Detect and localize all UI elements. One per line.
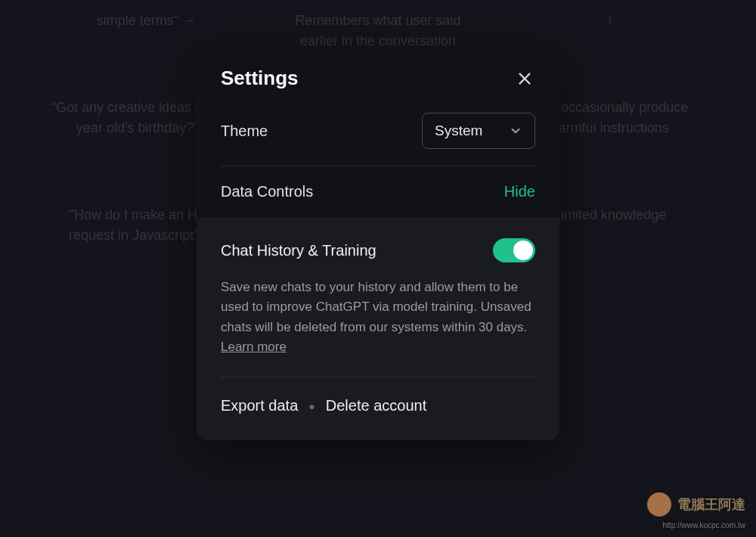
close-icon bbox=[516, 70, 533, 87]
theme-select-value: System bbox=[435, 123, 482, 139]
delete-account-button[interactable]: Delete account bbox=[326, 397, 426, 414]
modal-title: Settings bbox=[221, 67, 299, 90]
chat-history-title: Chat History & Training bbox=[221, 242, 376, 259]
chat-history-description-text: Save new chats to your history and allow… bbox=[221, 280, 531, 334]
data-controls-panel: Chat History & Training Save new chats t… bbox=[197, 217, 559, 440]
divider bbox=[221, 377, 535, 377]
watermark-icon bbox=[647, 492, 671, 517]
chat-history-toggle[interactable] bbox=[493, 238, 535, 262]
data-controls-toggle[interactable]: Hide bbox=[504, 183, 535, 200]
close-button[interactable] bbox=[514, 68, 535, 89]
data-controls-label: Data Controls bbox=[221, 183, 313, 200]
theme-label: Theme bbox=[221, 123, 268, 140]
watermark: 電腦王阿達 http://www.kocpc.com.tw bbox=[647, 492, 745, 529]
separator-dot: ● bbox=[308, 400, 314, 412]
chevron-down-icon bbox=[509, 124, 522, 138]
toggle-knob bbox=[513, 241, 533, 260]
watermark-text: 電腦王阿達 bbox=[677, 495, 745, 514]
learn-more-link[interactable]: Learn more bbox=[221, 340, 287, 354]
modal-overlay: Settings Theme System Data Controls Hide bbox=[0, 0, 756, 537]
theme-select[interactable]: System bbox=[422, 113, 535, 149]
settings-modal: Settings Theme System Data Controls Hide bbox=[197, 45, 559, 440]
chat-history-description: Save new chats to your history and allow… bbox=[221, 278, 535, 357]
watermark-url: http://www.kocpc.com.tw bbox=[663, 521, 745, 529]
export-data-button[interactable]: Export data bbox=[221, 397, 298, 414]
